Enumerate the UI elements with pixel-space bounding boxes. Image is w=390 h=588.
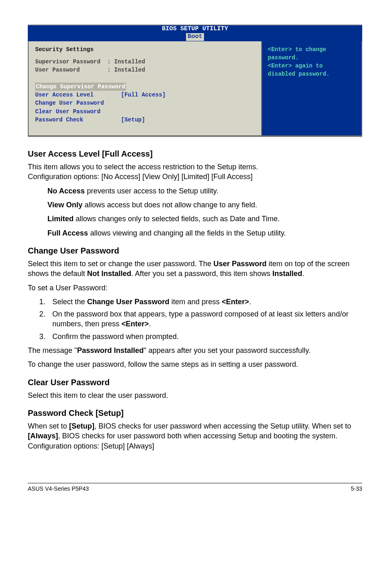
cup-heading: Change User Password bbox=[28, 245, 362, 256]
full-access-desc: Full Access allows viewing and changing … bbox=[47, 228, 362, 238]
supervisor-password-row: Supervisor Password : Installed bbox=[35, 58, 255, 66]
clear-user-password[interactable]: Clear User Password bbox=[35, 108, 255, 116]
ual-p1: This item allows you to select the acces… bbox=[28, 162, 362, 182]
bios-window: BIOS SETUP UTILITY Boot Security Setting… bbox=[28, 25, 362, 137]
user-password-label: User Password bbox=[35, 67, 80, 73]
bios-tab-boot: Boot bbox=[186, 33, 204, 41]
bios-title: BIOS SETUP UTILITY bbox=[162, 25, 228, 32]
password-check-row[interactable]: Password Check [Setup] bbox=[35, 116, 255, 124]
help-line-1: <Enter> to change bbox=[268, 45, 357, 54]
bios-body: Security Settings Supervisor Password : … bbox=[28, 41, 362, 137]
footer-right: 5-33 bbox=[351, 485, 362, 493]
password-check-label: Password Check bbox=[35, 117, 83, 123]
cup-p1: Select this item to set or change the us… bbox=[28, 259, 362, 279]
limited-desc: Limited allows changes only to selected … bbox=[47, 214, 362, 224]
ual-label: User Access Level bbox=[35, 92, 94, 98]
supervisor-password-label: Supervisor Password bbox=[35, 58, 101, 65]
clr-p1: Select this item to clear the user passw… bbox=[28, 391, 362, 400]
page-footer: ASUS V4-Series P5P43 5-33 bbox=[28, 483, 362, 493]
bios-settings-panel: Security Settings Supervisor Password : … bbox=[28, 41, 262, 137]
cup-step-3: Confirm the password when prompted. bbox=[47, 332, 362, 341]
help-line-4: disabled password. bbox=[268, 70, 357, 78]
help-line-2: password. bbox=[268, 54, 357, 62]
bios-header: BIOS SETUP UTILITY Boot bbox=[28, 25, 362, 41]
footer-left: ASUS V4-Series P5P43 bbox=[28, 485, 89, 493]
pchk-heading: Password Check [Setup] bbox=[28, 408, 362, 419]
supervisor-password-value: : Installed bbox=[107, 58, 145, 65]
user-password-value: : Installed bbox=[107, 67, 145, 73]
cup-p4: To change the user password, follow the … bbox=[28, 359, 362, 369]
user-password-row: User Password : Installed bbox=[35, 66, 255, 74]
security-settings-title: Security Settings bbox=[35, 45, 255, 54]
user-access-level-row[interactable]: User Access Level [Full Access] bbox=[35, 91, 255, 99]
cup-p2: To set a User Password: bbox=[28, 283, 362, 293]
ual-heading: User Access Level [Full Access] bbox=[28, 148, 362, 159]
cup-steps: Select the Change User Password item and… bbox=[47, 297, 362, 341]
cup-step-2: On the password box that appears, type a… bbox=[47, 309, 362, 329]
ual-value: [Full Access] bbox=[121, 92, 166, 98]
password-check-value: [Setup] bbox=[121, 117, 145, 123]
change-user-password[interactable]: Change User Password bbox=[35, 99, 255, 107]
clr-heading: Clear User Password bbox=[28, 377, 362, 388]
no-access-desc: No Access prevents user access to the Se… bbox=[47, 186, 362, 196]
bios-help-panel: <Enter> to change password. <Enter> agai… bbox=[262, 41, 362, 137]
cup-step-1: Select the Change User Password item and… bbox=[47, 297, 362, 307]
help-line-3: <Enter> again to bbox=[268, 62, 357, 70]
change-supervisor-password[interactable]: Change Supervisor Password bbox=[35, 83, 255, 91]
pchk-p1: When set to [Setup], BIOS checks for use… bbox=[28, 421, 362, 451]
cup-p3: The message "Password Installed" appears… bbox=[28, 346, 362, 355]
view-only-desc: View Only allows access but does not all… bbox=[47, 200, 362, 210]
